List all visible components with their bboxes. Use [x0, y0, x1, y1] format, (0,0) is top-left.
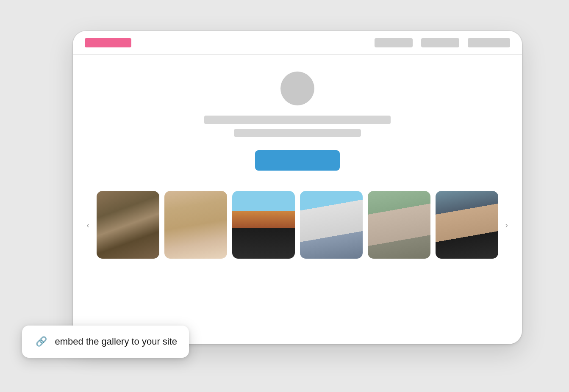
embed-tooltip[interactable]: 🔗 embed the gallery to your site — [22, 326, 189, 358]
embed-tooltip-text: embed the gallery to your site — [55, 336, 178, 347]
nav-button-2[interactable] — [421, 38, 459, 47]
cta-button[interactable] — [255, 150, 340, 171]
gallery-item-3[interactable] — [232, 191, 295, 259]
outer-wrapper: ‹ › 🔗 embed the gallery to your — [31, 22, 539, 370]
browser-header — [73, 31, 522, 55]
gallery-images — [95, 191, 500, 259]
gallery-item-5[interactable] — [368, 191, 430, 259]
gallery-next-arrow[interactable]: › — [500, 218, 513, 232]
gallery-item-4[interactable] — [300, 191, 363, 259]
device-mockup: ‹ › — [73, 31, 522, 344]
nav-button-3[interactable] — [468, 38, 510, 47]
gallery-item-1[interactable] — [97, 191, 159, 259]
avatar — [280, 72, 314, 105]
profile-subtitle-placeholder — [234, 129, 361, 137]
gallery-item-6[interactable] — [436, 191, 498, 259]
profile-title-placeholder — [204, 116, 391, 124]
link-icon: 🔗 — [34, 334, 49, 349]
nav-button-1[interactable] — [375, 38, 413, 47]
gallery-item-2[interactable] — [164, 191, 227, 259]
gallery-prev-arrow[interactable]: ‹ — [81, 218, 95, 232]
gallery-row: ‹ › — [73, 191, 522, 259]
nav-logo — [85, 38, 131, 47]
browser-body: ‹ › — [73, 55, 522, 344]
